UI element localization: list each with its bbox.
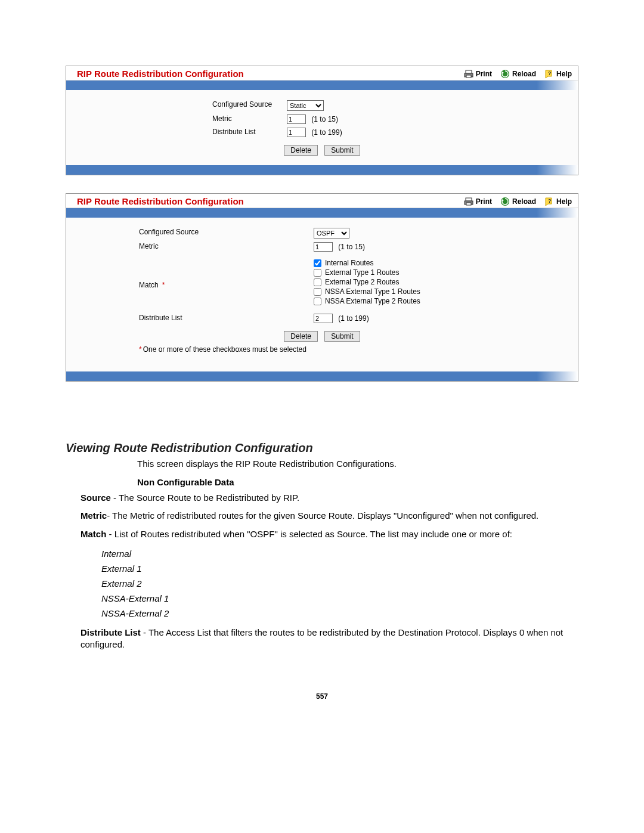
doc-match-list: Internal External 1 External 2 NSSA-Exte… <box>101 546 578 621</box>
print-button[interactable]: Print <box>464 69 492 79</box>
match-option-internal-routes: Internal Routes <box>314 258 420 268</box>
metric-label: Metric <box>66 114 287 123</box>
doc-subhead: Non Configurable Data <box>137 477 578 487</box>
match-checkbox[interactable] <box>314 269 321 277</box>
match-option-label: External Type 2 Routes <box>325 278 400 286</box>
list-item: External 1 <box>101 561 578 576</box>
metric-input[interactable] <box>314 242 333 252</box>
svg-text:?: ? <box>548 198 552 204</box>
metric-hint: (1 to 15) <box>338 243 365 251</box>
doc-metric-para: Metric- The Metric of redistributed rout… <box>80 510 578 522</box>
distribute-list-input[interactable] <box>314 314 333 323</box>
match-option-label: NSSA External Type 2 Routes <box>325 297 420 305</box>
match-option-label: NSSA External Type 1 Routes <box>325 287 420 296</box>
divider-bar <box>66 165 578 175</box>
submit-button[interactable]: Submit <box>324 145 360 156</box>
rip-config-panel-ospf: RIP Route Redistribution Configuration P… <box>66 193 578 382</box>
rip-config-panel-static: RIP Route Redistribution Configuration P… <box>66 66 578 175</box>
svg-rect-2 <box>466 75 471 78</box>
match-checkbox[interactable] <box>314 259 321 267</box>
metric-input[interactable] <box>287 114 306 124</box>
doc-match-para: Match - List of Routes redistributed whe… <box>80 528 578 540</box>
configured-source-select[interactable]: OSPF <box>314 228 349 239</box>
print-label: Print <box>476 70 492 78</box>
list-item: NSSA-External 1 <box>101 591 578 606</box>
distribute-list-input[interactable] <box>287 128 306 137</box>
print-button[interactable]: Print <box>464 197 492 206</box>
doc-distribute-para: Distribute List - The Access List that f… <box>80 627 578 651</box>
match-option-external-type-1: External Type 1 Routes <box>314 268 420 277</box>
doc-section: Viewing Route Redistribution Configurati… <box>66 400 578 651</box>
doc-source-para: Source - The Source Route to be Redistri… <box>80 492 578 504</box>
help-button[interactable]: ? Help <box>544 69 572 79</box>
distribute-list-hint: (1 to 199) <box>311 128 342 137</box>
footnote: *One or more of these checkboxes must be… <box>66 342 578 362</box>
metric-label: Metric <box>66 242 314 250</box>
match-checkbox[interactable] <box>314 288 321 296</box>
button-row: Delete Submit <box>66 325 578 342</box>
form-body: Configured Source OSPF Metric (1 to 15) … <box>66 218 578 371</box>
reload-icon <box>500 69 510 79</box>
delete-button[interactable]: Delete <box>284 331 318 342</box>
configured-source-select[interactable]: Static <box>287 100 324 111</box>
print-icon <box>464 197 473 206</box>
panel-title: RIP Route Redistribution Configuration <box>77 69 464 79</box>
help-button[interactable]: ? Help <box>544 197 572 206</box>
divider-bar <box>66 80 578 90</box>
list-item: Internal <box>101 546 578 561</box>
svg-rect-6 <box>466 198 472 201</box>
configured-source-label: Configured Source <box>66 228 314 236</box>
panel-title: RIP Route Redistribution Configuration <box>77 196 464 206</box>
doc-intro: This screen displays the RIP Route Redis… <box>137 459 578 469</box>
delete-button[interactable]: Delete <box>284 145 318 156</box>
match-option-nssa-external-type-2: NSSA External Type 2 Routes <box>314 296 420 306</box>
submit-button[interactable]: Submit <box>324 331 360 342</box>
match-checkbox[interactable] <box>314 298 321 305</box>
match-checkbox[interactable] <box>314 278 321 286</box>
match-option-external-type-2: External Type 2 Routes <box>314 277 420 287</box>
help-label: Help <box>556 70 572 78</box>
toolbar: Print Reload ? Help <box>464 197 572 206</box>
divider-bar <box>66 371 578 381</box>
divider-bar <box>66 208 578 218</box>
reload-label: Reload <box>512 70 536 78</box>
form-body: Configured Source Static Metric (1 to 15… <box>66 90 578 165</box>
page-number: 557 <box>66 657 578 701</box>
svg-rect-8 <box>466 203 471 205</box>
configured-source-label: Configured Source <box>66 100 287 109</box>
distribute-list-hint: (1 to 199) <box>338 314 369 323</box>
match-label: Match* <box>66 258 314 289</box>
match-option-label: External Type 1 Routes <box>325 268 400 277</box>
metric-hint: (1 to 15) <box>311 115 338 123</box>
svg-rect-0 <box>466 70 472 73</box>
print-label: Print <box>476 197 492 206</box>
panel-header: RIP Route Redistribution Configuration P… <box>66 66 578 80</box>
svg-text:?: ? <box>548 70 552 76</box>
distribute-list-label: Distribute List <box>66 314 314 322</box>
match-option-label: Internal Routes <box>325 259 373 267</box>
toolbar: Print Reload ? Help <box>464 69 572 79</box>
panel-header: RIP Route Redistribution Configuration P… <box>66 194 578 208</box>
reload-button[interactable]: Reload <box>500 69 536 79</box>
reload-label: Reload <box>512 197 536 206</box>
help-label: Help <box>556 197 572 206</box>
distribute-list-label: Distribute List <box>66 128 287 136</box>
button-row: Delete Submit <box>66 139 578 156</box>
help-icon: ? <box>544 197 554 206</box>
doc-heading: Viewing Route Redistribution Configurati… <box>66 441 578 455</box>
print-icon <box>464 69 473 79</box>
list-item: External 2 <box>101 576 578 591</box>
match-option-nssa-external-type-1: NSSA External Type 1 Routes <box>314 287 420 296</box>
list-item: NSSA-External 2 <box>101 606 578 621</box>
reload-icon <box>500 197 510 206</box>
reload-button[interactable]: Reload <box>500 197 536 206</box>
help-icon: ? <box>544 69 554 79</box>
